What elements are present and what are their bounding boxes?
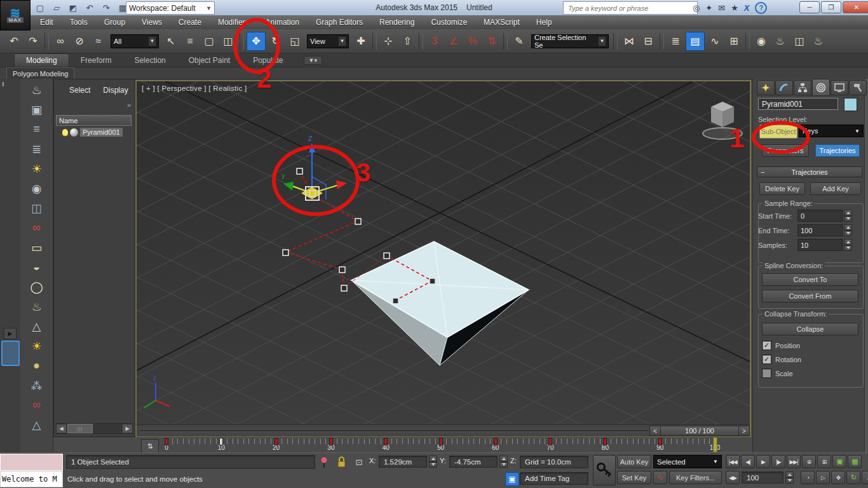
default-tangent-icon[interactable]: ∿ xyxy=(653,471,667,484)
new-file-icon[interactable]: ▢ xyxy=(33,1,47,14)
render-teapot-icon[interactable]: ♨ xyxy=(24,80,50,100)
stereo-camera-icon[interactable]: ∞ xyxy=(24,218,50,238)
current-frame-marker[interactable] xyxy=(713,437,717,452)
select-and-manipulate-icon[interactable]: ⊹ xyxy=(379,32,397,50)
material-editor-icon[interactable]: ◉ xyxy=(752,32,770,50)
modify-tab[interactable] xyxy=(775,80,793,95)
undo-icon[interactable]: ↶ xyxy=(83,1,97,14)
scroll-left-icon[interactable]: ◀ xyxy=(57,424,66,433)
render-preview-icon[interactable]: ▣ xyxy=(24,100,50,119)
checkbox-box-rotation[interactable]: ✓ xyxy=(762,355,771,364)
reference-coordinate-system-dropdown[interactable]: View▼ xyxy=(307,34,349,48)
favorites-star-icon[interactable]: ★ xyxy=(731,3,738,13)
menu-views[interactable]: Views xyxy=(133,15,170,29)
convert-from-button[interactable]: Convert From xyxy=(762,290,858,302)
menu-customize[interactable]: Customize xyxy=(423,15,475,29)
track-key-frame-70[interactable] xyxy=(548,438,552,445)
perspective-viewport[interactable]: Z y z [ + ] [ Perspective xyxy=(137,81,750,424)
set-keys-button[interactable] xyxy=(593,455,616,485)
key-filters-button[interactable]: Key Filters... xyxy=(669,471,722,484)
previous-frame-button[interactable]: ◀| xyxy=(741,455,755,468)
track-key-frame-0[interactable] xyxy=(165,438,168,445)
end-time-field[interactable]: 100 xyxy=(797,224,843,236)
manage-layers-icon[interactable]: ≣ xyxy=(667,32,684,50)
track-key-frame-90[interactable] xyxy=(658,438,662,445)
display-tab[interactable] xyxy=(831,80,848,95)
scrollbar-thumb[interactable]: ||| xyxy=(67,424,93,433)
percent-snap-icon[interactable]: % xyxy=(464,32,482,50)
spinner-snap-icon[interactable]: ⇅ xyxy=(483,32,501,50)
y-coord-field[interactable]: -4.75cm xyxy=(449,456,498,468)
key-mode-toggle-icon[interactable]: ◀▶ xyxy=(726,471,740,484)
selection-filter-dropdown[interactable]: All▼ xyxy=(111,34,159,48)
camera-monitor-icon[interactable]: ◫ xyxy=(24,198,50,218)
time-slider-handle[interactable]: < 100 / 100 > xyxy=(649,426,750,436)
checkbox-scale[interactable]: Scale xyxy=(762,369,793,378)
checkbox-position[interactable]: ✓Position xyxy=(762,341,800,350)
time-slider-track[interactable] xyxy=(139,430,648,432)
pyramid-object[interactable] xyxy=(351,241,529,365)
current-frame-field[interactable]: 100 xyxy=(742,471,783,484)
schematic-view-icon[interactable]: ⊞ xyxy=(725,32,743,50)
redo-icon[interactable]: ↷ xyxy=(24,32,42,50)
object-name-field[interactable]: Pyramid001 xyxy=(758,98,838,110)
render-settings-icon[interactable]: ≣ xyxy=(24,139,50,159)
particle-array-icon[interactable]: ⁂ xyxy=(24,376,50,395)
go-to-start-button[interactable]: |◀◀ xyxy=(726,455,740,468)
infocenter-search[interactable] xyxy=(563,1,698,15)
select-and-scale-icon[interactable]: ◱ xyxy=(286,32,304,50)
menu-group[interactable]: Group xyxy=(96,15,133,29)
checkbox-box-scale[interactable] xyxy=(762,369,771,378)
samples-spinner[interactable] xyxy=(844,239,852,251)
convert-to-button[interactable]: Convert To xyxy=(762,273,858,286)
set-key-button[interactable]: Set Key xyxy=(617,471,651,484)
x-coord-field[interactable]: 1.529cm xyxy=(379,456,427,468)
wire-teapot-icon[interactable]: ♨ xyxy=(24,297,50,316)
search-input[interactable] xyxy=(567,4,694,13)
list-item[interactable]: Pyramid001 xyxy=(56,126,132,139)
restore-button[interactable]: ❐ xyxy=(821,1,841,13)
light-lister-icon[interactable]: ☀ xyxy=(24,159,50,179)
communication-center-icon[interactable]: ✉ xyxy=(718,3,725,13)
curve-editor-icon[interactable]: ∿ xyxy=(706,32,724,50)
collapse-rollout-icon[interactable]: − xyxy=(761,168,764,176)
zoom-extents-all-icon[interactable]: ▦ xyxy=(848,455,862,468)
checkbox-box-position[interactable]: ✓ xyxy=(762,341,771,350)
named-selection-sets-dropdown[interactable]: Create Selection Se▼ xyxy=(531,34,609,48)
panel-scrollbar[interactable] xyxy=(864,79,868,452)
start-time-spinner[interactable] xyxy=(844,210,852,222)
time-slider[interactable]: < 100 / 100 > xyxy=(137,424,750,437)
select-by-name-icon[interactable]: ≡ xyxy=(181,32,199,50)
menu-edit[interactable]: Edit xyxy=(32,15,62,29)
ribbon-overflow-icon[interactable]: ▼▾ xyxy=(304,56,322,65)
expand-arrow-button[interactable]: ▶ xyxy=(4,328,17,339)
sphere-light-icon[interactable]: ● xyxy=(24,356,50,376)
utilities-tab[interactable] xyxy=(849,80,867,95)
y-coord-spinner[interactable] xyxy=(499,456,508,468)
track-key-frame-40[interactable] xyxy=(384,438,388,445)
maxscript-mini-listener-pink[interactable] xyxy=(0,454,63,471)
play-selected-icon[interactable]: ▷ xyxy=(816,471,830,484)
menu-maxscript[interactable]: MAXScript xyxy=(475,15,528,29)
isolate-selection-toggle-icon[interactable]: ▣ xyxy=(505,472,519,486)
scene-explorer-menu-select[interactable]: Select xyxy=(65,85,94,96)
play-button[interactable]: ▶ xyxy=(756,455,770,468)
toggle-scene-explorer-icon[interactable]: ▤ xyxy=(686,32,705,51)
orbit-icon[interactable]: ↻ xyxy=(846,471,860,484)
search-icon[interactable]: ◎ xyxy=(693,3,700,13)
zoom-icon[interactable]: ⊕ xyxy=(802,455,816,468)
minimize-button[interactable]: ─ xyxy=(799,1,820,13)
max-logo[interactable]: ≋ MAX xyxy=(0,0,31,30)
collapse-button[interactable]: Collapse xyxy=(762,323,858,336)
go-to-end-button[interactable]: ▶▶| xyxy=(787,455,801,468)
motion-tab[interactable] xyxy=(812,79,830,96)
selection-set-dropdown[interactable]: Selected ▼ xyxy=(653,455,722,468)
frame-spinner[interactable] xyxy=(785,471,794,484)
pan-hand-icon[interactable]: ✥ xyxy=(831,471,845,484)
previous-frame-arrow[interactable]: < xyxy=(649,426,661,436)
workspace-dropdown[interactable]: Workspace: Default ▼ xyxy=(126,1,215,15)
undo-icon[interactable]: ↶ xyxy=(5,32,23,50)
unlink-selection-icon[interactable]: ⊘ xyxy=(71,32,88,50)
track-key-frame-80[interactable] xyxy=(603,438,607,445)
exchange-apps-icon[interactable]: X xyxy=(744,3,750,13)
